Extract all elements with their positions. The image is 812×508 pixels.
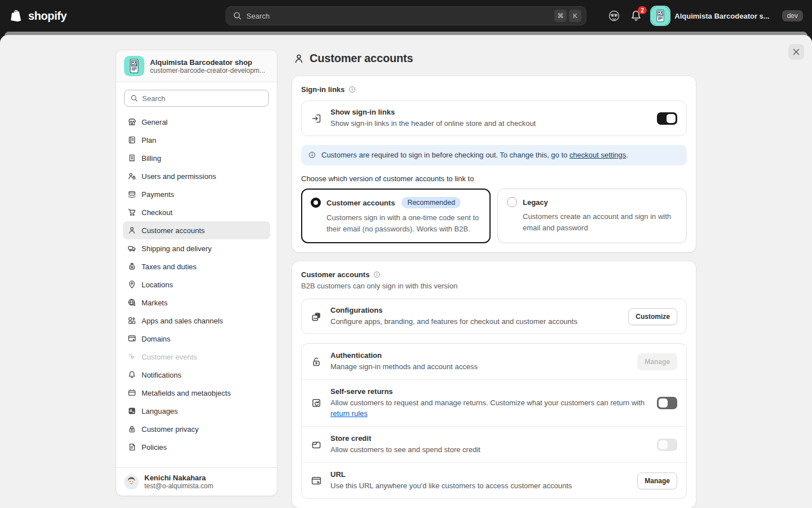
taxes-icon: [127, 262, 136, 271]
browser-icon: [311, 475, 322, 487]
banner-text: Customers are required to sign in before…: [321, 151, 570, 159]
notification-count-badge: 2: [638, 6, 647, 14]
env-badge: dev: [782, 10, 803, 21]
info-icon[interactable]: [373, 270, 381, 279]
sidebar-item-languages[interactable]: AxLanguages: [123, 402, 270, 420]
sidebar-item-label: Apps and sales channels: [142, 317, 223, 325]
users-icon: [127, 172, 136, 181]
sidebar-item-label: Locations: [142, 281, 173, 289]
search-icon: [233, 11, 242, 20]
sidebar-item-label: General: [142, 118, 167, 126]
account-menu[interactable]: Alquimista Barcodeator s...: [651, 7, 769, 25]
sidebar-item-checkout[interactable]: Checkout: [123, 203, 270, 221]
sidebar-item-label: Billing: [142, 154, 161, 163]
sign-in-links-heading: Sign-in links: [301, 85, 345, 94]
settings-modal: Alquimista Barcodeator shop customer-bar…: [0, 35, 812, 508]
recommended-badge: Recommended: [401, 197, 461, 208]
row-description: Allow customers to request and manage re…: [330, 397, 648, 419]
row-description: Allow customers to see and spend store c…: [330, 444, 480, 455]
sidebar-search[interactable]: [124, 90, 269, 107]
show-sign-in-links-toggle[interactable]: [657, 112, 677, 125]
configurations-row: Configurations Configure apps, branding,…: [301, 299, 687, 334]
settings-content: Customer accounts Sign-in links Sh: [292, 50, 696, 508]
checkout-settings-link[interactable]: checkout settings: [570, 151, 626, 159]
bell-icon: [127, 370, 136, 379]
customer-accounts-card: Customer accounts B2B customers can only…: [292, 261, 696, 508]
shop-header[interactable]: Alquimista Barcodeator shop customer-bar…: [116, 50, 277, 82]
store-avatar: [651, 7, 669, 25]
row-title: Authentication: [330, 351, 478, 360]
b2b-subtitle: B2B customers can only sign in with this…: [301, 282, 687, 290]
global-search[interactable]: ⌘K: [226, 6, 586, 25]
configurations-icon: [311, 311, 322, 322]
sidebar-item-general[interactable]: General: [123, 113, 270, 131]
sidebar-item-taxes-and-duties[interactable]: Taxes and duties: [123, 257, 270, 275]
sidebar-item-locations[interactable]: Locations: [123, 275, 270, 294]
row-description: Show sign-in links in the header of onli…: [330, 118, 536, 129]
shortcut-key: K: [569, 10, 581, 22]
option-customer-accounts[interactable]: Customer accounts Recommended Customers …: [301, 189, 491, 243]
sidebar-item-customer-accounts[interactable]: Customer accounts: [123, 221, 270, 239]
account-features-box: AuthenticationManage sign-in methods and…: [301, 343, 687, 499]
radio-selected[interactable]: [311, 198, 321, 208]
svg-text:$: $: [133, 303, 135, 307]
sidebar-item-label: Shipping and delivery: [142, 244, 211, 253]
domains-icon: [127, 334, 136, 343]
notifications-bell-icon[interactable]: 2: [630, 10, 642, 22]
row-title: Show sign-in links: [330, 108, 536, 116]
sidebar-item-shipping-and-delivery[interactable]: Shipping and delivery: [123, 239, 270, 257]
sidebar-item-billing[interactable]: $Billing: [123, 149, 270, 167]
shopify-logo[interactable]: shopify: [9, 8, 67, 24]
sign-in-icon: [311, 113, 322, 124]
show-sign-in-links-row: Show sign-in links Show sign-in links in…: [301, 100, 687, 136]
returns-icon: [311, 397, 322, 409]
assistant-icon[interactable]: [607, 9, 621, 23]
url-manage-button[interactable]: Manage: [637, 472, 677, 489]
sidebar-item-label: Notifications: [142, 371, 182, 379]
self-serve-returns-toggle[interactable]: [657, 397, 677, 409]
sidebar-item-label: Checkout: [142, 208, 173, 217]
sidebar-item-policies[interactable]: Policies: [123, 438, 270, 456]
sidebar-item-plan[interactable]: Plan: [123, 131, 270, 149]
sidebar-item-customer-events: Customer events: [123, 348, 270, 366]
shortcut-key: ⌘: [554, 10, 567, 22]
global-search-input[interactable]: [246, 12, 554, 20]
settings-nav: GeneralPlan$BillingUsers and permissions…: [116, 110, 277, 467]
info-icon[interactable]: [348, 85, 356, 94]
sidebar-item-apps-and-sales-channels[interactable]: Apps and sales channels: [123, 312, 270, 330]
sidebar-item-label: Languages: [142, 407, 178, 415]
return-rules-link[interactable]: return rules: [330, 409, 368, 418]
cursor-click-icon: [127, 352, 136, 361]
sidebar-item-customer-privacy[interactable]: Customer privacy: [123, 420, 270, 438]
row-title: URL: [330, 470, 572, 479]
user-footer[interactable]: Kenichi Nakahara test@o-alquimista.com: [116, 467, 277, 496]
lock-icon: [127, 424, 136, 433]
wallet-icon: [311, 439, 322, 450]
sidebar-item-label: Domains: [142, 335, 170, 343]
customize-button[interactable]: Customize: [628, 308, 677, 325]
feature-row-store-credit: Store creditAllow customers to see and s…: [302, 426, 686, 462]
truck-icon: [127, 244, 136, 253]
sidebar-item-markets[interactable]: $Markets: [123, 294, 270, 312]
sidebar-item-domains[interactable]: Domains: [123, 330, 270, 348]
keyboard-shortcut: ⌘K: [554, 10, 581, 22]
sidebar-item-users-and-permissions[interactable]: Users and permissions: [123, 167, 270, 185]
settings-sidebar: Alquimista Barcodeator shop customer-bar…: [116, 50, 277, 496]
sidebar-item-label: Taxes and duties: [142, 262, 197, 271]
sidebar-item-metafields-and-metaobjects[interactable]: Metafields and metaobjects: [123, 384, 270, 402]
authentication-manage-button: Manage: [637, 353, 677, 370]
sidebar-item-payments[interactable]: Payments: [123, 185, 270, 203]
shop-domain: customer-barcode-creator-developm...: [150, 67, 265, 75]
brand-wordmark: shopify: [28, 10, 67, 23]
info-icon: [308, 151, 316, 159]
close-button[interactable]: [788, 44, 804, 60]
radio-unselected[interactable]: [507, 197, 517, 207]
sidebar-search-input[interactable]: [142, 94, 263, 103]
search-icon: [130, 94, 138, 102]
sidebar-item-label: Customer accounts: [142, 226, 205, 235]
sidebar-item-notifications[interactable]: Notifications: [123, 366, 270, 384]
sidebar-item-label: Plan: [142, 136, 156, 144]
user-avatar: [124, 475, 139, 489]
option-legacy[interactable]: Legacy Customers create an account and s…: [497, 189, 687, 243]
billing-icon: $: [127, 154, 136, 163]
